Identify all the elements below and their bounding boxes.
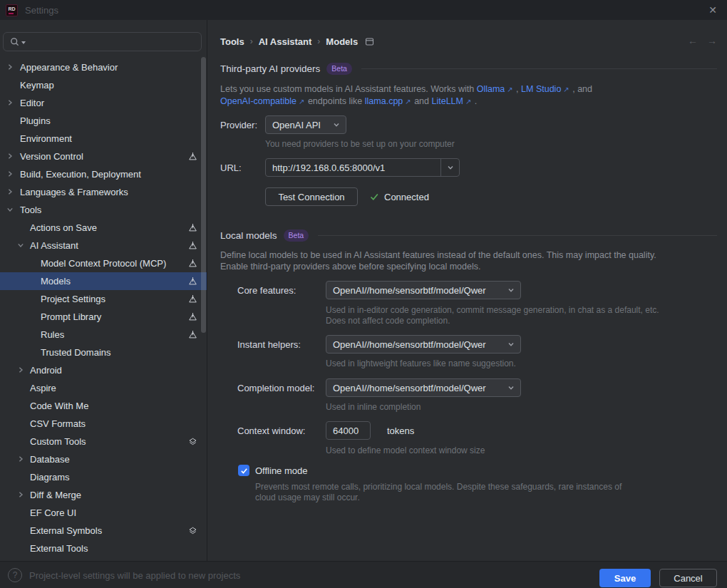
- sidebar-item-database[interactable]: Database: [0, 450, 207, 468]
- dialog-footer: ? Project-level settings will be applied…: [0, 561, 727, 588]
- core-features-dropdown[interactable]: OpenAI//home/sensorbtf/model/Qwer: [326, 281, 521, 299]
- search-options-caret[interactable]: [21, 41, 26, 44]
- connection-status: Connected: [384, 192, 429, 202]
- test-connection-button[interactable]: Test Connection: [265, 187, 358, 206]
- cancel-button[interactable]: Cancel: [659, 569, 717, 587]
- close-icon[interactable]: ✕: [706, 0, 720, 20]
- help-icon[interactable]: ?: [8, 568, 22, 582]
- sidebar-item-label: Tools: [20, 205, 41, 215]
- sidebar-item-build-execution-deployment[interactable]: Build, Execution, Deployment: [0, 165, 207, 183]
- sidebar-item-version-control[interactable]: Version Control: [0, 148, 207, 165]
- sidebar-item-external-tools[interactable]: External Tools: [0, 540, 207, 557]
- section-third-party-header: Third-party AI providers Beta: [220, 62, 717, 75]
- sidebar-item-label: Plugins: [20, 115, 51, 126]
- ide-settings-icon: [188, 312, 197, 324]
- sidebar-item-model-context-protocol-mcp[interactable]: Model Context Protocol (MCP): [0, 254, 207, 272]
- instant-helpers-label: Instant helpers:: [237, 339, 326, 350]
- description-text: , and: [570, 84, 592, 94]
- breadcrumb-tools[interactable]: Tools: [220, 36, 244, 47]
- completion-model-dropdown[interactable]: OpenAI//home/sensorbtf/model/Qwer: [326, 378, 521, 397]
- title-bar: RD Settings ✕: [0, 0, 727, 20]
- chevron-down-icon[interactable]: [17, 242, 24, 249]
- sidebar-item-label: Android: [30, 365, 62, 376]
- sidebar-item-label: Model Context Protocol (MCP): [41, 258, 166, 269]
- link-openai-compatible[interactable]: OpenAI-compatible↗: [220, 96, 305, 106]
- url-row: URL: http://192.168.0.65:8000/v1: [220, 158, 460, 177]
- sidebar-item-project-settings[interactable]: Project Settings: [0, 290, 207, 308]
- instant-helpers-dropdown[interactable]: OpenAI//home/sensorbtf/model/Qwer: [326, 335, 521, 354]
- url-input[interactable]: http://192.168.0.65:8000/v1: [265, 158, 460, 177]
- chevron-right-icon[interactable]: [6, 188, 14, 195]
- search-input[interactable]: [3, 32, 202, 51]
- link-llama-cpp[interactable]: llama.cpp↗: [365, 96, 412, 106]
- sidebar-item-label: Code With Me: [30, 401, 88, 411]
- sidebar-item-label: Models: [41, 276, 71, 287]
- sidebar-item-trusted-domains[interactable]: Trusted Domains: [0, 344, 207, 361]
- breadcrumb-models[interactable]: Models: [326, 36, 358, 47]
- completion-model-label: Completion model:: [237, 383, 326, 393]
- sidebar-item-plugins[interactable]: Plugins: [0, 112, 207, 130]
- sidebar-item-appearance-behavior[interactable]: Appearance & Behavior: [0, 58, 207, 76]
- sidebar-item-environment[interactable]: Environment: [0, 130, 207, 148]
- provider-value: OpenAI API: [272, 120, 321, 130]
- offline-mode-label: Offline mode: [255, 465, 307, 476]
- chevron-right-icon[interactable]: [6, 63, 14, 71]
- sidebar-item-models[interactable]: Models: [0, 272, 207, 290]
- offline-mode-checkbox[interactable]: [238, 465, 249, 476]
- provider-dropdown[interactable]: OpenAI API: [265, 115, 346, 134]
- sidebar-item-label: Editor: [20, 98, 44, 108]
- sidebar-item-ai-assistant[interactable]: AI Assistant: [0, 237, 207, 254]
- footer-hint: Project-level settings will be applied t…: [29, 570, 240, 581]
- ide-settings-icon: [188, 241, 197, 252]
- sidebar-item-keymap[interactable]: Keymap: [0, 76, 207, 94]
- section-local-models-header: Local models Beta: [220, 229, 717, 242]
- sidebar-item-label: Version Control: [20, 151, 83, 162]
- sidebar-item-actions-on-save[interactable]: Actions on Save: [0, 219, 207, 237]
- sidebar-item-code-with-me[interactable]: Code With Me: [0, 397, 207, 415]
- back-arrow-icon[interactable]: ←: [688, 35, 698, 46]
- settings-tree: Appearance & BehaviorKeymapEditorPlugins…: [0, 58, 207, 557]
- section-rule: [318, 235, 717, 236]
- breadcrumb-separator: ›: [244, 36, 259, 46]
- sidebar-item-languages-frameworks[interactable]: Languages & Frameworks: [0, 183, 207, 201]
- chevron-right-icon[interactable]: [6, 170, 14, 177]
- breadcrumb-ai-assistant[interactable]: AI Assistant: [259, 36, 312, 47]
- save-button[interactable]: Save: [599, 569, 651, 587]
- sidebar-item-rules[interactable]: Rules: [0, 326, 207, 344]
- chevron-down-icon[interactable]: [6, 206, 14, 213]
- chevron-right-icon[interactable]: [6, 153, 14, 160]
- chevron-right-icon[interactable]: [17, 366, 24, 373]
- sidebar-item-android[interactable]: Android: [0, 361, 207, 379]
- core-features-value: OpenAI//home/sensorbtf/model/Qwer: [333, 285, 486, 296]
- sidebar-item-editor[interactable]: Editor: [0, 94, 207, 112]
- section-title: Local models: [220, 230, 277, 241]
- context-window-value: 64000: [326, 425, 370, 436]
- link-ollama[interactable]: Ollama↗: [477, 84, 514, 94]
- chevron-right-icon[interactable]: [17, 455, 24, 463]
- ide-settings-icon: [188, 330, 197, 341]
- sidebar-scrollbar[interactable]: [201, 57, 206, 333]
- sidebar-item-aspire[interactable]: Aspire: [0, 379, 207, 397]
- window-frame-icon[interactable]: [365, 37, 374, 46]
- sidebar-item-prompt-library[interactable]: Prompt Library: [0, 308, 207, 326]
- chevron-right-icon[interactable]: [6, 99, 14, 106]
- external-link-icon: ↗: [505, 86, 513, 93]
- link-lm-studio[interactable]: LM Studio↗: [521, 84, 570, 94]
- context-window-unit: tokens: [387, 425, 414, 436]
- link-litellm[interactable]: LiteLLM↗: [432, 96, 473, 106]
- sidebar-item-diff-merge[interactable]: Diff & Merge: [0, 486, 207, 504]
- context-window-label: Context window:: [237, 425, 326, 436]
- sidebar-item-ef-core-ui[interactable]: EF Core UI: [0, 504, 207, 522]
- sidebar-item-csv-formats[interactable]: CSV Formats: [0, 415, 207, 433]
- context-window-input[interactable]: 64000: [326, 421, 371, 440]
- sidebar-item-tools[interactable]: Tools: [0, 201, 207, 219]
- sidebar-item-custom-tools[interactable]: Custom Tools: [0, 433, 207, 450]
- sidebar-item-diagrams[interactable]: Diagrams: [0, 468, 207, 486]
- chevron-right-icon[interactable]: [17, 491, 24, 498]
- sidebar-item-label: External Tools: [30, 543, 88, 554]
- url-history-dropdown[interactable]: [440, 159, 459, 176]
- breadcrumb: Tools › AI Assistant › Models: [220, 34, 374, 48]
- sidebar-item-external-symbols[interactable]: External Symbols: [0, 522, 207, 540]
- sidebar-item-label: Build, Execution, Deployment: [20, 169, 141, 180]
- forward-arrow-icon[interactable]: →: [707, 35, 717, 46]
